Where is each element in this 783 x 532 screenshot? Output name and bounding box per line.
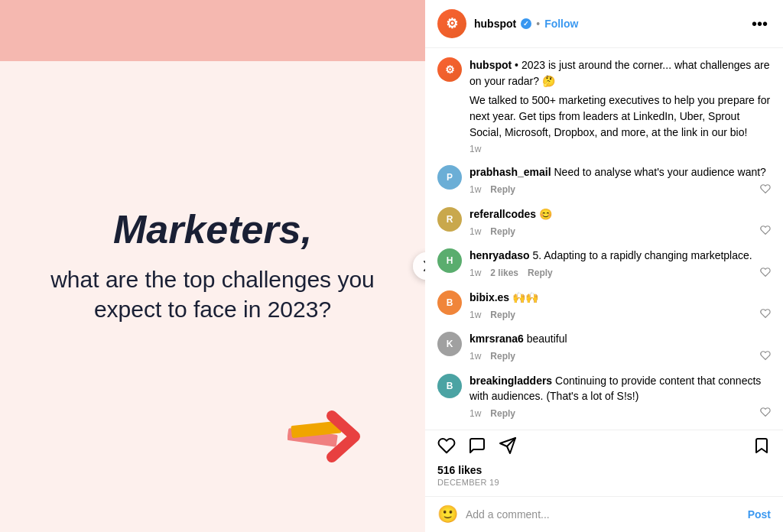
reply-button[interactable]: Reply (490, 408, 515, 419)
comment-avatar: H (437, 248, 462, 273)
comment-text: bibix.es 🙌🙌 (469, 290, 771, 306)
comment-username[interactable]: referallcodes (469, 208, 536, 220)
hubspot-logo-icon: ⚙ (446, 15, 458, 32)
save-button[interactable] (752, 436, 771, 459)
comment-text: henryadaso 5. Adapting to a rapidly chan… (469, 248, 771, 264)
post-image-content: Marketers, what are the top challenges y… (0, 193, 425, 339)
comment-button[interactable] (468, 436, 486, 459)
comment-avatar: B (437, 374, 462, 398)
comment-body: 🙌🙌 (512, 291, 538, 303)
decorative-arrow (288, 410, 364, 463)
comment-time: 1w (469, 351, 481, 362)
comment-username[interactable]: henryadaso (469, 249, 530, 261)
comments-list: P prabhash_email Need to analyse what's … (437, 165, 771, 420)
comment-username[interactable]: kmrsrana6 (469, 332, 524, 345)
comment-content: bibix.es 🙌🙌 1w Reply (469, 290, 771, 322)
caption-content: hubspot • 2023 is just around the corner… (469, 57, 771, 154)
comment-username[interactable]: prabhash_email (469, 166, 551, 178)
caption-body: We talked to 500+ marketing executives t… (469, 92, 771, 141)
comment-item: R referallcodes 😊 1w Reply (437, 207, 771, 238)
reply-button[interactable]: Reply (490, 351, 515, 362)
comment-meta: 1w Reply (469, 308, 771, 321)
follow-button[interactable]: Follow (544, 18, 578, 30)
comment-item: B breakingladders Continuing to provide … (437, 374, 771, 420)
comment-content: prabhash_email Need to analyse what's yo… (469, 165, 771, 196)
heart-icon[interactable] (760, 308, 771, 321)
comment-meta: 1w Reply (469, 350, 771, 363)
comment-body: beautiful (527, 332, 567, 345)
comment-avatar: R (437, 207, 462, 232)
post-comment-button[interactable]: Post (748, 508, 771, 521)
like-button[interactable] (437, 436, 456, 459)
post-image-top-bar (0, 0, 425, 61)
comment-meta: 1w Reply (469, 407, 771, 420)
heart-icon[interactable] (760, 225, 771, 238)
caption-text-line1: hubspot • 2023 is just around the corner… (469, 57, 771, 89)
verified-badge-icon: ✓ (521, 18, 531, 29)
comment-avatar: P (437, 165, 462, 190)
comment-avatar: K (437, 332, 462, 356)
header-username[interactable]: hubspot (474, 18, 516, 30)
caption-avatar-icon: ⚙ (445, 63, 455, 76)
more-options-button[interactable]: ••• (749, 15, 771, 33)
comment-time: 1w (469, 408, 481, 419)
likes-count: 516 likes (437, 464, 771, 476)
comment-time: 1w (469, 226, 481, 237)
comment-username[interactable]: breakingladders (469, 375, 552, 387)
comment-content: breakingladders Continuing to provide co… (469, 374, 771, 420)
avatar: ⚙ (437, 9, 466, 38)
comment-text: breakingladders Continuing to provide co… (469, 374, 771, 404)
comment-body: 😊 (539, 208, 552, 220)
heart-icon[interactable] (760, 267, 771, 280)
share-button[interactable] (499, 436, 517, 459)
comment-meta: 1w 2 likes Reply (469, 267, 771, 280)
emoji-button[interactable]: 🙂 (437, 504, 458, 524)
comments-section: ⚙ hubspot • 2023 is just around the corn… (425, 48, 783, 430)
caption-username[interactable]: hubspot (469, 59, 512, 71)
post-image-title: Marketers, (46, 208, 379, 251)
comment-item: H henryadaso 5. Adapting to a rapidly ch… (437, 248, 771, 280)
comment-avatar: B (437, 290, 462, 315)
comment-meta: 1w Reply (469, 183, 771, 196)
comment-content: kmrsrana6 beautiful 1w Reply (469, 332, 771, 363)
comment-text: prabhash_email Need to analyse what's yo… (469, 165, 771, 180)
comment-likes: 2 likes (490, 268, 518, 278)
comment-meta: 1w Reply (469, 225, 771, 238)
heart-icon[interactable] (760, 407, 771, 420)
post-caption: ⚙ hubspot • 2023 is just around the corn… (437, 57, 771, 154)
comment-content: henryadaso 5. Adapting to a rapidly chan… (469, 248, 771, 280)
caption-timestamp: 1w (469, 144, 771, 154)
post-image-subtitle: what are the top challenges you expect t… (46, 264, 379, 324)
comment-item: B bibix.es 🙌🙌 1w Reply (437, 290, 771, 322)
comment-input[interactable] (466, 508, 748, 521)
comment-time: 1w (469, 268, 481, 278)
comment-time: 1w (469, 184, 481, 195)
add-comment-bar: 🙂 Post (425, 496, 783, 532)
instagram-panel: ⚙ hubspot ✓ • Follow ••• ⚙ hubspot • 202… (425, 0, 783, 532)
actions-bar: 516 likes December 19 (425, 430, 783, 496)
post-header: ⚙ hubspot ✓ • Follow ••• (425, 0, 783, 48)
reply-button[interactable]: Reply (490, 184, 515, 195)
caption-verified-dot: • (515, 59, 521, 71)
caption-avatar: ⚙ (437, 57, 462, 82)
comment-body: 5. Adapting to a rapidly changing market… (532, 249, 752, 261)
post-date: December 19 (437, 478, 771, 487)
heart-icon[interactable] (760, 350, 771, 363)
action-icons (437, 436, 771, 459)
reply-button[interactable]: Reply (528, 268, 553, 278)
reply-button[interactable]: Reply (490, 310, 515, 320)
heart-icon[interactable] (760, 183, 771, 196)
post-image-panel: Marketers, what are the top challenges y… (0, 0, 425, 532)
comment-username[interactable]: bibix.es (469, 291, 509, 303)
comment-item: P prabhash_email Need to analyse what's … (437, 165, 771, 196)
comment-item: K kmrsrana6 beautiful 1w Reply (437, 332, 771, 363)
header-info: hubspot ✓ • Follow (474, 18, 749, 30)
comment-time: 1w (469, 310, 481, 320)
reply-button[interactable]: Reply (490, 226, 515, 237)
comment-text: kmrsrana6 beautiful (469, 332, 771, 347)
comment-content: referallcodes 😊 1w Reply (469, 207, 771, 238)
dot-separator: • (536, 18, 540, 30)
comment-body: Need to analyse what's your audience wan… (554, 166, 766, 178)
comment-text: referallcodes 😊 (469, 207, 771, 222)
